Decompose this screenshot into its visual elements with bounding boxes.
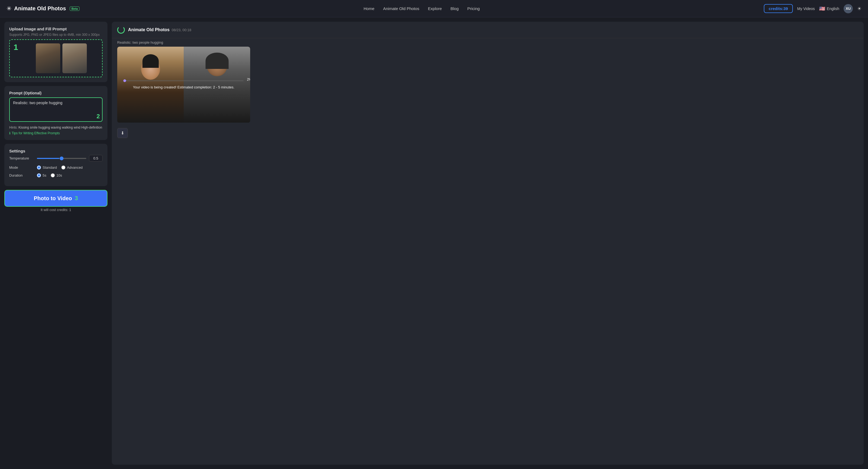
temperature-row: Temperature 0.5 [9, 155, 102, 162]
mode-advanced-label: Advanced [67, 165, 83, 169]
nav-pricing[interactable]: Pricing [467, 6, 480, 11]
progress-percentage: 2% [247, 77, 250, 82]
mode-standard-label: Standard [42, 165, 57, 169]
hint-hugging: hugging [38, 126, 50, 129]
hint-smile: smile [30, 126, 37, 129]
nav-explore[interactable]: Explore [428, 6, 442, 11]
video-date: 08/23, 00:18 [172, 28, 191, 32]
mode-advanced-radio[interactable] [61, 165, 65, 169]
video-title-area: Animate Old Photos 08/23, 00:18 [128, 27, 191, 32]
right-panel: Animate Old Photos 08/23, 00:18 Realisti… [112, 22, 864, 465]
photo-thumb-2 [62, 43, 87, 73]
nav-animate[interactable]: Animate Old Photos [383, 6, 419, 11]
main-layout: Upload Image and Fill Prompt Supports JP… [0, 18, 868, 469]
nav-home[interactable]: Home [364, 6, 374, 11]
hint-waving: waving [51, 126, 61, 129]
info-icon: ℹ [9, 131, 10, 135]
theme-toggle-icon[interactable]: ☀ [857, 6, 862, 12]
duration-row: Duration 5s 10s [9, 173, 102, 178]
download-button[interactable]: ⬇ [117, 128, 128, 138]
avatar[interactable]: XU [844, 4, 853, 13]
submit-button[interactable]: Photo to Video 3 [4, 190, 107, 207]
submit-step-number: 3 [74, 195, 78, 202]
flag-icon: 🇺🇸 [819, 6, 825, 12]
settings-title: Settings [9, 149, 102, 153]
video-title: Animate Old Photos [128, 27, 169, 32]
prompt-card: Prompt (Optional) Realistic: two people … [4, 86, 107, 140]
my-videos-link[interactable]: My Videos [797, 6, 815, 11]
duration-5s-radio[interactable] [37, 173, 41, 178]
duration-5s-label: 5s [42, 173, 46, 178]
progress-message: Your video is being created! Estimated c… [124, 85, 244, 89]
download-icon: ⬇ [121, 131, 124, 135]
video-container: 2% Your video is being created! Estimate… [117, 46, 250, 123]
upload-title: Upload Image and Fill Prompt [9, 27, 102, 31]
main-nav: Home Animate Old Photos Explore Blog Pri… [84, 6, 760, 11]
beta-badge: Beta [70, 6, 80, 11]
credits-button[interactable]: credits:39 [764, 4, 793, 13]
nav-blog[interactable]: Blog [451, 6, 459, 11]
language-button[interactable]: 🇺🇸 English [819, 6, 839, 12]
duration-radio-group: 5s 10s [37, 173, 62, 178]
mode-standard-radio[interactable] [37, 165, 41, 169]
duration-10s-radio[interactable] [51, 173, 55, 178]
progress-overlay: 2% Your video is being created! Estimate… [124, 80, 244, 89]
tips-label: Tips for Writing Effective Prompts [12, 131, 60, 135]
hint-wind: wind [74, 126, 81, 129]
app-name: Animate Old Photos [14, 5, 66, 12]
duration-5s-option[interactable]: 5s [37, 173, 46, 178]
cost-text: It will cost credits: 1 [4, 208, 107, 212]
prompt-label: Prompt (Optional) [9, 91, 102, 95]
hint-hd: High-definition [82, 126, 102, 129]
logo-area: ✳ Animate Old Photos Beta [6, 5, 80, 12]
upload-area[interactable]: 1 [9, 39, 102, 77]
uploaded-photos [22, 41, 90, 76]
duration-10s-option[interactable]: 10s [51, 173, 62, 178]
mode-radio-group: Standard Advanced [37, 165, 83, 169]
duration-label: Duration [9, 173, 34, 178]
temperature-slider[interactable] [37, 158, 86, 159]
settings-card: Settings Temperature 0.5 Mode Standard [4, 144, 107, 186]
loading-spinner [117, 26, 125, 34]
progress-bar-fill [124, 80, 126, 82]
mode-label: Mode [9, 165, 34, 169]
temperature-label: Temperature [9, 156, 34, 160]
prompt-wrapper: Realistic: two people hugging 2 [9, 97, 102, 123]
header-right: credits:39 My Videos 🇺🇸 English XU ☀ [764, 4, 862, 13]
mode-row: Mode Standard Advanced [9, 165, 102, 169]
hint-walking: walking [62, 126, 73, 129]
duration-10s-label: 10s [56, 173, 62, 178]
left-panel: Upload Image and Fill Prompt Supports JP… [4, 22, 107, 465]
submit-section: Photo to Video 3 It will cost credits: 1 [4, 190, 107, 212]
submit-label: Photo to Video [34, 195, 72, 201]
tips-link[interactable]: ℹ Tips for Writing Effective Prompts [9, 131, 102, 135]
mode-standard-option[interactable]: Standard [37, 165, 57, 169]
upload-card: Upload Image and Fill Prompt Supports JP… [4, 22, 107, 82]
photo-thumb-1 [36, 43, 60, 73]
logo-icon: ✳ [6, 5, 11, 12]
upload-step-number: 1 [13, 42, 18, 52]
hints-row: Hints: Kissing smile hugging waving walk… [9, 125, 102, 130]
upload-support-text: Supports JPG, PNG or JPEG files up to 4M… [9, 33, 102, 37]
video-area: 2% Your video is being created! Estimate… [112, 46, 864, 465]
bottom-bar: ⬇ [117, 126, 858, 140]
language-label: English [827, 6, 839, 11]
progress-dot [123, 80, 126, 82]
temperature-display: 0.5 [89, 155, 102, 162]
mode-advanced-option[interactable]: Advanced [61, 165, 83, 169]
slider-container: 0.5 [37, 155, 102, 162]
header: ✳ Animate Old Photos Beta Home Animate O… [0, 0, 868, 18]
prompt-textarea[interactable]: Realistic: two people hugging [9, 97, 102, 122]
video-header: Animate Old Photos 08/23, 00:18 [112, 22, 864, 38]
video-prompt-text: Realistic: two people hugging [112, 38, 864, 46]
hints-label: Hints: [9, 126, 18, 129]
progress-bar-bg [124, 80, 244, 82]
hint-kissing: Kissing [19, 126, 29, 129]
